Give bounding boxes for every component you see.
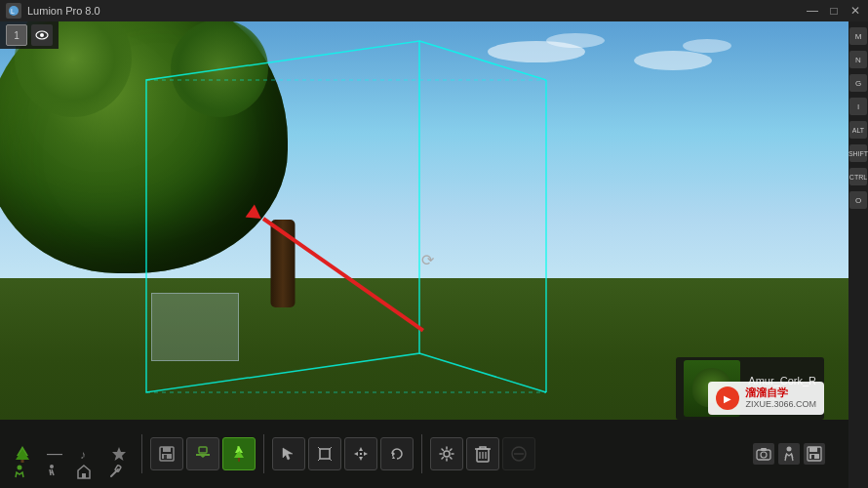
svg-marker-34 [354, 452, 358, 456]
svg-point-57 [787, 447, 792, 452]
bottom-tab-house[interactable] [69, 457, 99, 486]
top-controls: 1 [0, 21, 59, 49]
close-button[interactable]: ✕ [848, 4, 862, 18]
svg-line-31 [330, 459, 332, 461]
key-ctrl[interactable]: CTRL [849, 168, 867, 185]
svg-marker-26 [283, 448, 293, 460]
bottom-tab-walk[interactable] [37, 457, 66, 486]
svg-rect-27 [320, 449, 330, 459]
titlebar-left: L Lumion Pro 8.0 [6, 3, 100, 19]
cloud-6 [683, 39, 731, 53]
svg-rect-21 [199, 447, 207, 453]
sep-3 [421, 434, 422, 473]
svg-rect-36 [360, 453, 362, 455]
disable-button[interactable] [502, 437, 535, 470]
person-view-button[interactable] [778, 443, 800, 465]
svg-marker-35 [364, 452, 368, 456]
svg-text:L: L [11, 8, 15, 15]
settings-button[interactable] [430, 437, 463, 470]
scale-tool[interactable] [308, 437, 341, 470]
selection-ghost [151, 293, 239, 361]
tree-canopy [0, 21, 288, 273]
svg-line-30 [318, 459, 320, 461]
cloud-4 [546, 33, 605, 48]
delete-button[interactable] [466, 437, 499, 470]
transform-actions [272, 437, 414, 470]
watermark-line2: ZIXUE.3066.COM [745, 399, 816, 411]
app-title: Lumion Pro 8.0 [27, 5, 100, 17]
camera-button[interactable] [753, 443, 774, 465]
bottom-toolbar: — ♪ [0, 420, 848, 488]
cloud-5 [634, 51, 712, 70]
save-scene-button[interactable] [804, 443, 825, 465]
key-n[interactable]: N [849, 51, 867, 68]
svg-point-3 [40, 33, 44, 37]
bottom-category-tabs [0, 454, 136, 488]
svg-rect-51 [82, 473, 86, 478]
window-controls: — □ ✕ [806, 4, 862, 18]
minimize-button[interactable]: — [806, 4, 819, 18]
svg-point-48 [50, 465, 54, 468]
svg-marker-32 [359, 447, 363, 451]
add-vegetation-button[interactable]: ⬇ [222, 437, 256, 470]
svg-point-39 [444, 451, 450, 457]
svg-rect-61 [809, 447, 817, 452]
watermark-icon: ▶ [716, 386, 739, 410]
watermark-line1: 溜溜自学 [745, 386, 816, 399]
rotate-handle[interactable]: ⟳ [421, 251, 434, 269]
bottom-tab-person[interactable] [5, 457, 34, 486]
watermark-text: 溜溜自学 ZIXUE.3066.COM [745, 386, 816, 411]
svg-rect-63 [811, 455, 814, 459]
svg-point-47 [18, 465, 22, 469]
key-m[interactable]: M [849, 27, 867, 45]
key-shift[interactable]: SHIFT [849, 144, 867, 162]
titlebar: L Lumion Pro 8.0 — □ ✕ [0, 0, 868, 21]
right-action-buttons [753, 420, 825, 488]
save-button[interactable] [150, 437, 183, 470]
keyboard-shortcuts-panel: M N G I ALT SHIFT CTRL O [848, 21, 868, 488]
key-i[interactable]: I [849, 98, 867, 115]
file-actions: ⬇ [150, 437, 256, 470]
object-actions [430, 437, 535, 470]
rotate-tool[interactable] [380, 437, 414, 470]
key-g[interactable]: G [849, 74, 867, 92]
eye-button[interactable] [31, 24, 53, 46]
play-icon: ▶ [724, 393, 731, 404]
sep-2 [263, 434, 264, 473]
svg-rect-24 [238, 458, 240, 462]
svg-line-28 [318, 447, 320, 449]
maximize-button[interactable]: □ [827, 4, 841, 18]
svg-text:⬇: ⬇ [235, 445, 242, 454]
svg-marker-33 [359, 457, 363, 461]
svg-rect-16 [163, 447, 171, 452]
move-tool[interactable] [344, 437, 377, 470]
watermark: ▶ 溜溜自学 ZIXUE.3066.COM [708, 382, 824, 415]
frame-number[interactable]: 1 [6, 24, 27, 46]
key-o[interactable]: O [849, 191, 867, 209]
bottom-tab-tools[interactable] [101, 457, 131, 486]
svg-rect-56 [761, 448, 767, 451]
key-alt[interactable]: ALT [849, 121, 867, 139]
app-logo: L [6, 3, 21, 19]
sep-1 [141, 434, 142, 473]
svg-rect-18 [164, 455, 167, 459]
svg-point-55 [761, 452, 767, 458]
viewport[interactable]: ⟳ ▶ 溜溜自学 ZIXUE.3066.COM Amur_Cork_R 透明度 [0, 21, 848, 488]
select-tool[interactable] [272, 437, 305, 470]
svg-line-29 [330, 447, 332, 449]
import-button[interactable] [186, 437, 219, 470]
